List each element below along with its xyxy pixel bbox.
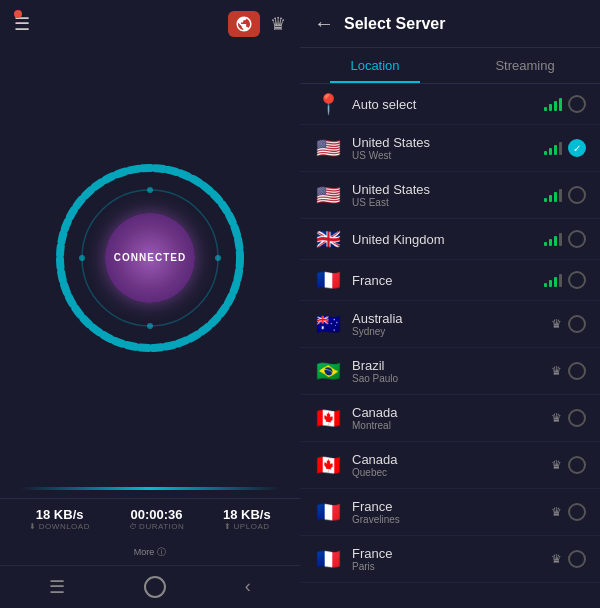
server-item[interactable]: 🇧🇷BrazilSao Paulo♛ xyxy=(300,348,600,395)
server-name: Auto select xyxy=(352,97,544,112)
signal-bar-1 xyxy=(544,107,547,111)
signal-bar-1 xyxy=(544,198,547,202)
server-right xyxy=(544,95,586,113)
download-label: ⬇ DOWNLOAD xyxy=(29,522,90,531)
download-stat: 18 KB/s ⬇ DOWNLOAD xyxy=(29,507,90,531)
tab-location[interactable]: Location xyxy=(300,48,450,83)
server-right xyxy=(544,186,586,204)
server-radio[interactable] xyxy=(568,315,586,333)
server-flag: 🇫🇷 xyxy=(314,502,342,522)
svg-point-4 xyxy=(147,323,153,329)
server-flag: 📍 xyxy=(314,94,342,114)
stats-row: 18 KB/s ⬇ DOWNLOAD 00:00:36 ⏱ DURATION 1… xyxy=(0,498,300,539)
svg-point-3 xyxy=(215,255,221,261)
signal-bar-3 xyxy=(554,192,557,202)
server-radio[interactable] xyxy=(568,456,586,474)
server-name: United Kingdom xyxy=(352,232,544,247)
server-item[interactable]: 🇨🇦CanadaMontreal♛ xyxy=(300,395,600,442)
download-icon: ⬇ xyxy=(29,522,37,531)
server-info: BrazilSao Paulo xyxy=(352,358,551,384)
server-radio[interactable] xyxy=(568,186,586,204)
signal-bars xyxy=(544,141,562,155)
server-right xyxy=(544,230,586,248)
notification-dot xyxy=(14,10,22,18)
signal-bar-4 xyxy=(559,142,562,155)
server-radio[interactable] xyxy=(568,550,586,568)
download-value: 18 KB/s xyxy=(36,507,84,522)
server-radio[interactable] xyxy=(568,139,586,157)
server-item[interactable]: 🇫🇷FranceGravelines♛ xyxy=(300,489,600,536)
server-info: United StatesUS West xyxy=(352,135,544,161)
premium-crown-icon: ♛ xyxy=(551,364,562,378)
nav-menu-icon[interactable]: ☰ xyxy=(49,576,65,598)
server-info: United Kingdom xyxy=(352,232,544,247)
server-right: ♛ xyxy=(551,315,586,333)
server-name: United States xyxy=(352,135,544,150)
svg-point-2 xyxy=(147,187,153,193)
signal-bars xyxy=(544,273,562,287)
server-info: United StatesUS East xyxy=(352,182,544,208)
tab-streaming[interactable]: Streaming xyxy=(450,48,600,83)
server-item[interactable]: 🇫🇷France xyxy=(300,260,600,301)
server-right: ♛ xyxy=(551,503,586,521)
more-icon: ⓘ xyxy=(157,547,166,557)
right-title: Select Server xyxy=(344,15,445,33)
upload-icon: ⬆ xyxy=(224,522,232,531)
svg-point-5 xyxy=(79,255,85,261)
server-item[interactable]: 🇫🇷FranceParis♛ xyxy=(300,536,600,583)
server-right: ♛ xyxy=(551,456,586,474)
server-sub: Montreal xyxy=(352,420,551,431)
nav-home-button[interactable] xyxy=(144,576,166,598)
server-sub: US West xyxy=(352,150,544,161)
server-flag: 🇨🇦 xyxy=(314,455,342,475)
server-radio[interactable] xyxy=(568,230,586,248)
server-flag: 🇺🇸 xyxy=(314,138,342,158)
signal-bars xyxy=(544,232,562,246)
server-info: FranceGravelines xyxy=(352,499,551,525)
premium-crown-icon: ♛ xyxy=(551,317,562,331)
server-item[interactable]: 🇺🇸United StatesUS West xyxy=(300,125,600,172)
bottom-line xyxy=(20,487,280,490)
left-nav: ☰ ‹ xyxy=(0,565,300,608)
server-flag: 🇨🇦 xyxy=(314,408,342,428)
server-radio[interactable] xyxy=(568,409,586,427)
signal-bar-3 xyxy=(554,145,557,155)
center-circle[interactable]: CONNECTED xyxy=(105,213,195,303)
server-name: Canada xyxy=(352,405,551,420)
nav-back-icon[interactable]: ‹ xyxy=(245,576,251,598)
server-flag: 🇦🇺 xyxy=(314,314,342,334)
server-name: Australia xyxy=(352,311,551,326)
server-radio[interactable] xyxy=(568,503,586,521)
duration-label: ⏱ DURATION xyxy=(129,522,185,531)
signal-bar-2 xyxy=(549,239,552,246)
signal-bar-3 xyxy=(554,101,557,111)
right-panel: ← Select Server Location Streaming 📍Auto… xyxy=(300,0,600,608)
duration-value: 00:00:36 xyxy=(130,507,182,522)
server-flag: 🇧🇷 xyxy=(314,361,342,381)
clock-icon: ⏱ xyxy=(129,522,138,531)
server-name: Canada xyxy=(352,452,551,467)
back-arrow-button[interactable]: ← xyxy=(314,12,334,35)
server-name: Brazil xyxy=(352,358,551,373)
server-info: AustraliaSydney xyxy=(352,311,551,337)
server-radio[interactable] xyxy=(568,95,586,113)
server-item[interactable]: 🇨🇦CanadaQuebec♛ xyxy=(300,442,600,489)
server-item[interactable]: 🇦🇺AustraliaSydney♛ xyxy=(300,301,600,348)
signal-bar-4 xyxy=(559,233,562,246)
server-flag: 🇫🇷 xyxy=(314,270,342,290)
signal-bar-1 xyxy=(544,151,547,155)
more-button[interactable]: More ⓘ xyxy=(0,539,300,565)
server-sub: Quebec xyxy=(352,467,551,478)
server-item[interactable]: 🇺🇸United StatesUS East xyxy=(300,172,600,219)
signal-bar-2 xyxy=(549,104,552,111)
server-radio[interactable] xyxy=(568,362,586,380)
right-header: ← Select Server xyxy=(300,0,600,48)
connected-text: CONNECTED xyxy=(114,252,186,263)
server-item[interactable]: 🇬🇧United Kingdom xyxy=(300,219,600,260)
signal-bars xyxy=(544,188,562,202)
server-radio[interactable] xyxy=(568,271,586,289)
server-flag: 🇺🇸 xyxy=(314,185,342,205)
server-list: 📍Auto select🇺🇸United StatesUS West🇺🇸Unit… xyxy=(300,84,600,608)
server-info: CanadaQuebec xyxy=(352,452,551,478)
server-item[interactable]: 📍Auto select xyxy=(300,84,600,125)
